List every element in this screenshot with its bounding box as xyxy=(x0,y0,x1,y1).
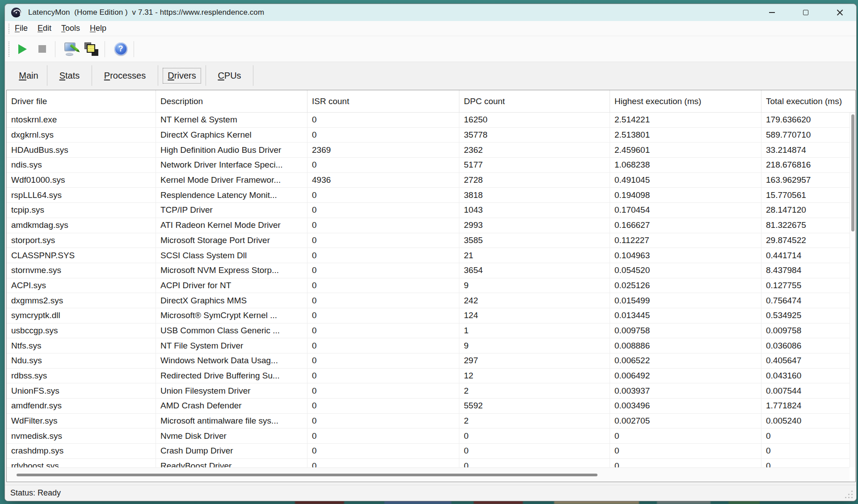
cell-dpc-count: 3654 xyxy=(459,263,610,278)
cell-highest-execution-ms: 0 xyxy=(610,459,761,467)
table-row[interactable]: storport.sysMicrosoft Storage Port Drive… xyxy=(7,233,855,248)
cell-isr-count: 0 xyxy=(307,353,459,368)
table-row[interactable]: dxgkrnl.sysDirectX Graphics Kernel035778… xyxy=(7,128,855,143)
column-header-highest-execution[interactable]: Highest execution (ms) xyxy=(610,90,761,112)
cell-driver-file: HDAudBus.sys xyxy=(7,143,156,157)
cell-description: AMD Crash Defender xyxy=(156,399,307,413)
horizontal-scrollbar-thumb[interactable] xyxy=(17,474,597,476)
table-row[interactable]: Ndu.sysWindows Network Data Usag...02970… xyxy=(7,353,855,369)
cell-description: Resplendence Latency Monit... xyxy=(156,188,307,202)
cell-dpc-count: 0 xyxy=(459,459,610,467)
menu-edit[interactable]: Edit xyxy=(33,24,56,33)
table-row[interactable]: symcryptk.dllMicrosoft® SymCrypt Kernel … xyxy=(7,308,855,323)
cell-driver-file: nvmedisk.sys xyxy=(7,428,156,443)
table-row[interactable]: ndis.sysNetwork Driver Interface Speci..… xyxy=(7,158,855,173)
cell-isr-count: 2369 xyxy=(307,143,459,157)
help-button[interactable]: ? xyxy=(112,40,130,58)
cell-dpc-count: 9 xyxy=(459,338,610,353)
cell-description: DirectX Graphics Kernel xyxy=(156,128,307,143)
cell-description: Kernel Mode Driver Framewor... xyxy=(156,173,307,188)
cell-isr-count: 0 xyxy=(307,323,459,338)
start-monitor-button[interactable] xyxy=(13,40,30,58)
cell-driver-file: dxgmms2.sys xyxy=(7,293,156,308)
cell-highest-execution-ms: 0.015499 xyxy=(610,293,761,308)
tab-stats[interactable]: Stats xyxy=(47,62,92,89)
table-row[interactable]: rspLLL64.sysResplendence Latency Monit..… xyxy=(7,188,855,203)
table-row[interactable]: rdbss.sysRedirected Drive Buffering Su..… xyxy=(7,369,855,384)
maximize-icon xyxy=(803,10,808,15)
table-row[interactable]: tcpip.sysTCP/IP Driver010430.17045428.14… xyxy=(7,203,855,218)
options-button[interactable] xyxy=(62,40,80,58)
cell-highest-execution-ms: 0.006492 xyxy=(610,369,761,383)
cell-total-execution-ms: 15.770561 xyxy=(761,188,855,202)
cell-description: SCSI Class System Dll xyxy=(156,248,307,263)
tab-bar: Main Stats Processes Drivers CPUs xyxy=(5,62,856,89)
cell-driver-file: Ndu.sys xyxy=(7,353,156,368)
cell-total-execution-ms: 81.322675 xyxy=(761,218,855,233)
tab-processes[interactable]: Processes xyxy=(92,62,158,89)
cell-driver-file: amdfendr.sys xyxy=(7,399,156,413)
cell-isr-count: 4936 xyxy=(307,173,459,188)
table-row[interactable]: Ntfs.sysNT File System Driver090.0088860… xyxy=(7,338,855,353)
minimize-button[interactable] xyxy=(761,4,782,21)
table-row[interactable]: nvmedisk.sysNvme Disk Driver0000 xyxy=(7,428,855,444)
table-row[interactable]: UnionFS.sysUnion Filesystem Driver020.00… xyxy=(7,383,855,399)
tab-main[interactable]: Main xyxy=(10,62,47,89)
tab-cpus[interactable]: CPUs xyxy=(206,62,253,89)
title-bar[interactable]: LatencyMon (Home Edition ) v 7.31 - http… xyxy=(5,4,856,21)
menu-file[interactable]: File xyxy=(10,24,33,33)
table-row[interactable]: CLASSPNP.SYSSCSI Class System Dll0210.10… xyxy=(7,248,855,263)
table-row[interactable]: HDAudBus.sysHigh Definition Audio Bus Dr… xyxy=(7,143,855,158)
stop-monitor-button[interactable] xyxy=(33,40,51,58)
copy-report-button[interactable] xyxy=(83,40,101,58)
cell-highest-execution-ms: 2.513801 xyxy=(610,128,761,143)
table-row[interactable]: amdfendr.sysAMD Crash Defender055920.003… xyxy=(7,399,855,414)
table-row[interactable]: ntoskrnl.exeNT Kernel & System0162502.51… xyxy=(7,113,855,128)
table-row[interactable]: rdyboost.sysReadyBoost Driver0000 xyxy=(7,459,855,467)
table-row[interactable]: usbccgp.sysUSB Common Class Generic ...0… xyxy=(7,323,855,339)
close-button[interactable] xyxy=(829,4,850,21)
play-icon xyxy=(18,44,27,54)
column-header-driver-file[interactable]: Driver file xyxy=(7,90,156,112)
tab-drivers[interactable]: Drivers xyxy=(158,62,206,89)
cell-isr-count: 0 xyxy=(307,444,459,458)
cell-isr-count: 0 xyxy=(307,248,459,263)
cell-total-execution-ms: 589.770710 xyxy=(761,128,855,143)
cell-total-execution-ms: 1.771824 xyxy=(761,399,855,413)
table-row[interactable]: stornvme.sysMicrosoft NVM Express Storp.… xyxy=(7,263,855,278)
cell-description: Microsoft® SymCrypt Kernel ... xyxy=(156,308,307,323)
cell-isr-count: 0 xyxy=(307,369,459,383)
cell-description: Crash Dump Driver xyxy=(156,444,307,458)
table-row[interactable]: Wdf01000.sysKernel Mode Driver Framewor.… xyxy=(7,173,855,188)
cell-highest-execution-ms: 0.003496 xyxy=(610,399,761,413)
vertical-scrollbar-thumb[interactable] xyxy=(851,114,854,231)
rebar-gripper[interactable] xyxy=(8,42,10,57)
menu-help[interactable]: Help xyxy=(85,24,111,33)
cell-driver-file: tcpip.sys xyxy=(7,203,156,218)
column-header-dpc-count[interactable]: DPC count xyxy=(459,90,610,112)
vertical-scrollbar[interactable] xyxy=(850,113,855,467)
cell-total-execution-ms: 163.962957 xyxy=(761,173,855,188)
column-header-total-execution[interactable]: Total execution (ms) xyxy=(761,90,855,112)
cell-isr-count: 0 xyxy=(307,338,459,353)
resize-grip[interactable] xyxy=(845,490,853,498)
column-header-description[interactable]: Description xyxy=(156,90,307,112)
cell-highest-execution-ms: 0.112227 xyxy=(610,233,761,248)
horizontal-scrollbar[interactable] xyxy=(7,467,850,482)
table-row[interactable]: dxgmms2.sysDirectX Graphics MMS02420.015… xyxy=(7,293,855,308)
table-row[interactable]: ACPI.sysACPI Driver for NT090.0251260.12… xyxy=(7,278,855,294)
cell-driver-file: stornvme.sys xyxy=(7,263,156,278)
column-header-isr-count[interactable]: ISR count xyxy=(307,90,459,112)
table-row[interactable]: amdkmdag.sysATI Radeon Kernel Mode Drive… xyxy=(7,218,855,233)
cell-isr-count: 0 xyxy=(307,158,459,172)
table-row[interactable]: crashdmp.sysCrash Dump Driver0000 xyxy=(7,444,855,459)
menu-tools[interactable]: Tools xyxy=(56,24,85,33)
table-row[interactable]: WdFilter.sysMicrosoft antimalware file s… xyxy=(7,414,855,429)
cell-highest-execution-ms: 0.009758 xyxy=(610,323,761,338)
cell-total-execution-ms: 0 xyxy=(761,428,855,443)
cell-total-execution-ms: 0.036086 xyxy=(761,338,855,353)
cell-driver-file: Wdf01000.sys xyxy=(7,173,156,188)
cell-dpc-count: 9 xyxy=(459,278,610,293)
maximize-button[interactable] xyxy=(795,4,816,21)
cell-total-execution-ms: 8.437984 xyxy=(761,263,855,278)
